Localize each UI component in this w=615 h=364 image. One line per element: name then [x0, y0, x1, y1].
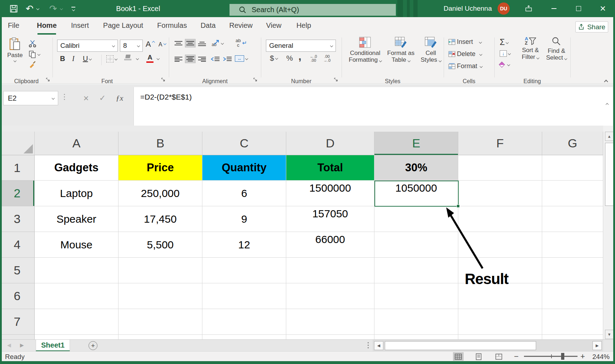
row-header-6[interactable]: 6 [0, 283, 35, 309]
col-header-B[interactable]: B [119, 132, 202, 155]
cell-B3[interactable]: 17,450 [119, 206, 202, 232]
tab-scrollbar-divider[interactable] [368, 342, 369, 348]
font-color-button[interactable]: A [146, 54, 153, 63]
cell-E5[interactable] [374, 258, 458, 283]
cell-C3[interactable]: 9 [202, 206, 286, 232]
percent-style-button[interactable]: % [286, 54, 293, 62]
cell-D8[interactable] [286, 335, 374, 339]
share-button[interactable]: Share [575, 21, 608, 32]
number-format-select[interactable]: General [266, 40, 336, 52]
horizontal-scrollbar[interactable]: ◀ ▶ [373, 340, 603, 352]
font-color-dropdown[interactable] [157, 57, 159, 60]
cell-A5[interactable] [35, 258, 119, 283]
select-all-corner[interactable] [0, 132, 35, 155]
sheet-tab-sheet1[interactable]: Sheet1 [36, 340, 70, 352]
cell-E8[interactable] [374, 335, 458, 339]
tab-help[interactable]: Help [296, 21, 311, 30]
decrease-decimal-button[interactable]: ←.0 .00 [310, 55, 317, 62]
cell-D1[interactable]: Total [286, 155, 374, 181]
tab-page-layout[interactable]: Page Layout [103, 21, 143, 30]
fill-color-dropdown[interactable] [136, 57, 138, 60]
font-name-select[interactable]: Calibri [57, 40, 118, 52]
cell-C2[interactable]: 6 [202, 181, 286, 206]
insert-cells-button[interactable]: Insert [448, 38, 482, 46]
redo-dropdown[interactable] [60, 7, 62, 10]
cell-D3[interactable]: 157050 [286, 206, 374, 232]
cell-A4[interactable]: Mouse [35, 232, 119, 258]
tab-home[interactable]: Home [37, 21, 57, 30]
decrease-indent-button[interactable] [210, 55, 221, 63]
cell-C6[interactable] [202, 283, 286, 309]
cell-G3[interactable] [542, 206, 603, 232]
avatar[interactable]: DU [498, 2, 510, 15]
row-header-2[interactable]: 2 [0, 181, 35, 206]
top-align-button[interactable] [173, 40, 183, 47]
accounting-format-button[interactable]: $ [270, 54, 278, 62]
underline-button[interactable]: U [83, 55, 91, 63]
previous-sheet-button[interactable]: ◀ [7, 342, 11, 348]
cell-A3[interactable]: Speaker [35, 206, 119, 232]
zoom-in-button[interactable]: + [580, 352, 585, 361]
cell-D6[interactable] [286, 283, 374, 309]
fill-button[interactable]: ↓ [500, 50, 510, 57]
middle-align-button[interactable] [185, 39, 196, 47]
cell-D7[interactable] [286, 309, 374, 335]
format-painter-button[interactable] [29, 61, 36, 69]
row-header-partial[interactable] [0, 335, 35, 339]
scroll-down-button[interactable]: ▼ [605, 330, 614, 339]
cell-A2[interactable]: Laptop [35, 181, 119, 206]
cell-F1[interactable] [458, 155, 542, 181]
cell-B8[interactable] [119, 335, 202, 339]
cell-E4[interactable] [374, 232, 458, 258]
cell-styles-button[interactable]: Cell Styles [419, 37, 443, 63]
cell-F2[interactable] [458, 181, 542, 206]
zoom-slider-handle[interactable] [561, 353, 564, 360]
new-sheet-button[interactable]: + [89, 341, 97, 350]
scroll-up-button[interactable]: ▲ [605, 132, 614, 141]
row-header-1[interactable]: 1 [0, 155, 35, 181]
redo-button[interactable]: ↷ [49, 0, 57, 17]
cell-B1[interactable]: Price [119, 155, 202, 181]
search-input[interactable]: Search (Alt+Q) [230, 4, 396, 16]
minimize-button[interactable] [546, 0, 562, 17]
clipboard-dialog-launcher[interactable] [46, 77, 51, 82]
expand-formula-bar-button[interactable] [606, 101, 608, 107]
row-header-5[interactable]: 5 [0, 258, 35, 283]
cell-G8[interactable] [542, 335, 603, 339]
font-size-select[interactable]: 8 [120, 40, 143, 52]
cell-E6[interactable] [374, 283, 458, 309]
col-header-G[interactable]: G [542, 132, 603, 155]
find-select-button[interactable]: Find & Select [544, 37, 569, 61]
cell-A6[interactable] [35, 283, 119, 309]
customize-quick-access-button[interactable] [71, 0, 75, 17]
alignment-dialog-launcher[interactable] [253, 77, 258, 82]
wrap-text-button[interactable]: ab c ↵ [236, 38, 247, 47]
italic-button[interactable]: I [72, 55, 75, 63]
cell-B6[interactable] [119, 283, 202, 309]
orientation-button[interactable]: ab [211, 39, 223, 47]
cell-G6[interactable] [542, 283, 603, 309]
merge-center-button[interactable]: ↔ [235, 55, 248, 62]
page-break-preview-button[interactable] [493, 352, 504, 361]
autosum-button[interactable]: Σ [500, 37, 508, 47]
tab-insert[interactable]: Insert [71, 21, 89, 30]
vertical-scrollbar-thumb[interactable] [605, 143, 614, 206]
increase-decimal-button[interactable]: .00 →.0 [323, 55, 331, 62]
col-header-C[interactable]: C [202, 132, 286, 155]
font-dialog-launcher[interactable] [161, 77, 166, 82]
number-dialog-launcher[interactable] [334, 77, 339, 82]
delete-cells-button[interactable]: Delete [448, 50, 482, 58]
align-right-button[interactable] [197, 55, 207, 63]
col-header-A[interactable]: A [35, 132, 119, 155]
tab-view[interactable]: View [266, 21, 282, 30]
cut-button[interactable] [29, 40, 36, 47]
fill-color-button[interactable] [124, 55, 131, 60]
insert-function-button[interactable]: ƒx [114, 91, 126, 105]
copy-button[interactable] [29, 50, 40, 58]
horizontal-scrollbar-thumb[interactable] [385, 341, 536, 350]
cell-A8[interactable] [35, 335, 119, 339]
scroll-right-button[interactable]: ▶ [593, 341, 602, 350]
clear-button[interactable] [500, 62, 510, 67]
cell-E1[interactable]: 30% [374, 155, 458, 181]
align-left-button[interactable] [173, 55, 183, 63]
